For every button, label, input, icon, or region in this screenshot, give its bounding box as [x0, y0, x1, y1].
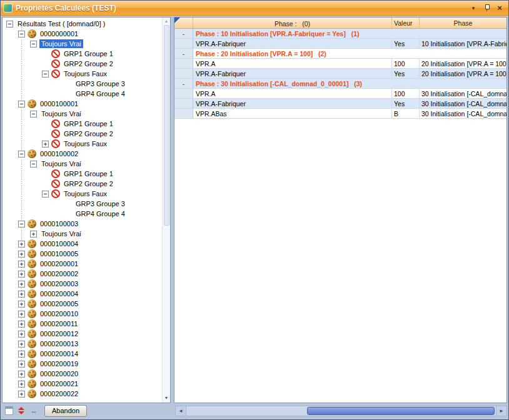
expander[interactable]: + [18, 271, 25, 278]
tree-node-label[interactable]: Résultats Test ( [domnad/0] ) [16, 19, 107, 28]
cell-phase[interactable]: 30 Initialisation [-CAL_domnad [420, 109, 506, 118]
tree-scrollbar[interactable]: ▲ ▼ [162, 18, 170, 402]
group-collapse-button[interactable]: - [174, 49, 193, 58]
expander[interactable]: − [30, 41, 37, 48]
tree-node-label[interactable]: Toujours Vrai [39, 159, 83, 168]
tree-node-label[interactable]: 0000100005 [38, 249, 80, 258]
expander[interactable]: − [42, 191, 49, 198]
tree-node-label[interactable]: 0000200010 [38, 309, 80, 318]
tree-node-label[interactable]: Toujours Faux [62, 139, 109, 148]
tree-node-label[interactable]: Toujours Vrai [39, 109, 83, 118]
cell-property-name[interactable]: VPR.A [193, 59, 392, 68]
tree-node-label[interactable]: 0000000001 [38, 29, 80, 38]
tree-node-label[interactable]: 0000200019 [38, 359, 80, 368]
abandon-button[interactable]: Abandon [44, 405, 87, 417]
cell-value[interactable]: Yes [392, 69, 420, 78]
cell-value[interactable]: 100 [392, 59, 420, 68]
column-header-phase-group[interactable]: Phase : (0) [193, 18, 392, 28]
expander[interactable]: + [18, 301, 25, 308]
cell-property-name[interactable]: VPR.ABas [193, 109, 392, 118]
expander[interactable]: + [42, 141, 49, 148]
expander[interactable]: + [18, 371, 25, 378]
expander[interactable]: + [18, 241, 25, 248]
tree-node-label[interactable]: GRP3 Groupe 3 [74, 199, 127, 208]
tree-node-label[interactable]: GRP1 Groupe 1 [62, 169, 115, 178]
cell-phase[interactable]: 30 Initialisation [-CAL_domnad [420, 89, 506, 98]
tree-node-label[interactable]: GRP2 Groupe 2 [62, 179, 115, 188]
expander[interactable]: − [18, 151, 25, 158]
resize-button[interactable]: ↔ [28, 405, 39, 416]
cell-value[interactable]: B [392, 109, 420, 118]
cell-phase[interactable]: 20 Initialisation [VPR.A = 100] [420, 69, 506, 78]
expander[interactable]: + [18, 341, 25, 348]
tree-node-label[interactable]: 0000100002 [38, 149, 80, 158]
tree-node-label[interactable]: 0000200013 [38, 339, 80, 348]
tree-node-label[interactable]: 0000200012 [38, 329, 80, 338]
pin-button[interactable] [481, 3, 491, 12]
tree-node-label[interactable]: 0000100001 [38, 99, 80, 108]
tree-node-label[interactable]: 0000200004 [38, 289, 80, 298]
tree-node-label[interactable]: GRP2 Groupe 2 [62, 59, 115, 68]
expander[interactable]: + [18, 281, 25, 288]
cell-phase[interactable]: 20 Initialisation [VPR.A = 100] [420, 59, 506, 68]
expander[interactable]: + [18, 331, 25, 338]
expander[interactable]: + [18, 251, 25, 258]
tree-node-label[interactable]: 0000200001 [38, 259, 80, 268]
horizontal-scrollbar-thumb[interactable] [307, 407, 495, 415]
tree-scrollbar-track[interactable] [163, 24, 170, 395]
expander[interactable]: + [18, 361, 25, 368]
tree-node-label[interactable]: 0000200011 [38, 319, 79, 328]
cell-property-name[interactable]: VPR.A [193, 89, 392, 98]
tree-node-label[interactable]: 0000100003 [38, 219, 80, 228]
tree-node-label[interactable]: Toujours Faux [62, 189, 109, 198]
tree-node-label[interactable]: GRP3 Groupe 3 [74, 79, 127, 88]
tree-node-label[interactable]: 0000200020 [38, 369, 80, 378]
window-menu-button[interactable]: ▾ [468, 3, 478, 12]
expander[interactable]: + [18, 311, 25, 318]
column-header-valeur[interactable]: Valeur [392, 18, 420, 28]
tree-node-label[interactable]: 0000200002 [38, 269, 80, 278]
tree-node-label[interactable]: Toujours Vrai [39, 229, 83, 238]
tree-scrollbar-thumb[interactable] [164, 25, 169, 226]
expander[interactable]: + [18, 391, 25, 398]
expander[interactable]: + [18, 321, 25, 328]
cell-value[interactable]: Yes [392, 99, 420, 108]
expander[interactable]: + [18, 351, 25, 358]
expander[interactable]: + [18, 261, 25, 268]
tree-node-label[interactable]: 0000200005 [38, 299, 80, 308]
tree-node-label[interactable]: 0000200022 [38, 389, 80, 398]
tree-node-label[interactable]: GRP4 Groupe 4 [74, 89, 127, 98]
expander[interactable]: + [30, 231, 37, 238]
tree-node-label[interactable]: GRP4 Groupe 4 [74, 209, 127, 218]
group-collapse-button[interactable]: - [174, 29, 193, 38]
tree-node-label[interactable]: GRP2 Groupe 2 [62, 129, 115, 138]
tree-node-label[interactable]: Toujours Vrai [39, 39, 83, 48]
expander[interactable]: − [18, 101, 25, 108]
scroll-right-icon[interactable]: ► [496, 406, 506, 416]
expander[interactable]: − [30, 111, 37, 118]
form-view-button[interactable] [3, 405, 14, 416]
tree-node-label[interactable]: GRP1 Groupe 1 [62, 119, 115, 128]
cell-value[interactable]: Yes [392, 39, 420, 48]
tree-node-label[interactable]: 0000100004 [38, 239, 80, 248]
tree-node-label[interactable]: GRP1 Groupe 1 [62, 49, 115, 58]
group-collapse-button[interactable]: - [174, 79, 193, 88]
expander[interactable]: − [30, 161, 37, 168]
group-row-text[interactable]: Phase : 10 Initialisation [VPR.A-Fabriqu… [193, 29, 506, 38]
scroll-up-icon[interactable]: ▲ [164, 19, 169, 24]
group-row-text[interactable]: Phase : 20 Initialisation [VPR.A = 100] … [193, 49, 506, 58]
close-button[interactable]: × [495, 3, 505, 12]
horizontal-scrollbar-track[interactable] [186, 406, 496, 416]
tree-node-label[interactable]: 0000200021 [38, 379, 80, 388]
group-row-text[interactable]: Phase : 30 Initialisation [-CAL_domnad_0… [193, 79, 506, 88]
expander[interactable]: + [18, 381, 25, 388]
expand-collapse-button[interactable] [16, 405, 27, 416]
tree-node-label[interactable]: Toujours Faux [62, 69, 109, 78]
scroll-down-icon[interactable]: ▼ [164, 395, 169, 401]
cell-phase[interactable]: 30 Initialisation [-CAL_domnad [420, 99, 506, 108]
cell-property-name[interactable]: VPR.A-Fabriquer [193, 39, 392, 48]
expander[interactable]: − [18, 31, 25, 38]
expander[interactable]: + [18, 291, 25, 298]
scroll-left-icon[interactable]: ◄ [176, 406, 186, 416]
tree-node-label[interactable]: 0000200014 [38, 349, 80, 358]
